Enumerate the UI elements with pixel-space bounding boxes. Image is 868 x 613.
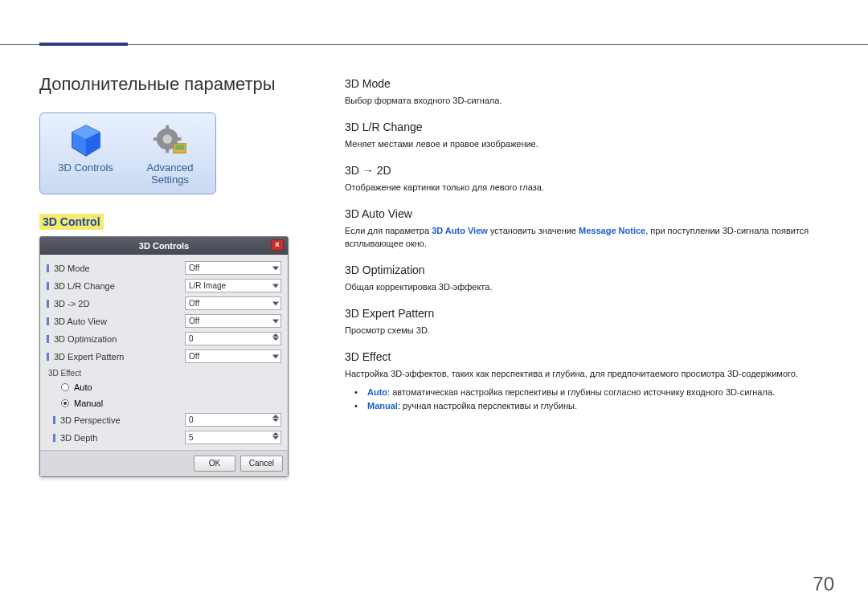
field-value: Off <box>189 352 199 361</box>
field-expert-pattern[interactable]: Off <box>185 349 281 363</box>
radio-manual-row[interactable]: Manual <box>47 395 281 411</box>
icon-card: 3D Controls Advanced S <box>39 112 216 194</box>
field-lr-change[interactable]: L/R Image <box>185 279 281 292</box>
sec-heading: 3D Auto View <box>345 207 829 220</box>
page-number: 70 <box>813 573 834 595</box>
bullet-manual: Manual: ручная настройка перспективы и г… <box>359 399 829 414</box>
chevron-down-icon <box>272 319 279 323</box>
bullet-list: Auto: автоматическая настройка перспекти… <box>345 386 829 414</box>
field-value: 5 <box>189 433 194 442</box>
sec-3d-mode: 3D Mode Выбор формата входного 3D-сигнал… <box>345 77 829 108</box>
row-label: 3D Mode <box>54 264 180 273</box>
row-label: 3D Depth <box>60 433 180 443</box>
inline-bold: Message Notice <box>579 226 645 235</box>
row-label: 3D Optimization <box>54 334 180 344</box>
field-perspective[interactable]: 0 <box>185 413 281 427</box>
sec-heading: 3D → 2D <box>345 164 829 177</box>
subsection-title: 3D Control <box>39 214 104 230</box>
chevron-down-icon <box>272 301 279 305</box>
field-auto-view[interactable]: Off <box>185 314 281 328</box>
sec-lr-change: 3D L/R Change Меняет местами левое и пра… <box>345 121 829 151</box>
page-title: Дополнительные параметры <box>39 74 289 95</box>
radio-auto-row[interactable]: Auto <box>47 379 281 395</box>
tile-advanced-settings[interactable]: Advanced Settings <box>129 118 211 189</box>
row-marker-icon <box>47 264 49 272</box>
row-depth: 3D Depth 5 <box>53 429 281 447</box>
gear-icon <box>150 121 190 160</box>
effect-section-label: 3D Effect <box>47 366 281 379</box>
row-label: 3D Auto View <box>54 317 180 326</box>
field-depth[interactable]: 5 <box>185 431 281 444</box>
svg-rect-8 <box>176 137 181 141</box>
header-rule <box>0 0 868 45</box>
close-icon[interactable]: × <box>271 239 284 251</box>
row-3d-2d: 3D -> 2D Off <box>47 295 281 313</box>
sec-heading: 3D Effect <box>345 350 829 363</box>
sec-auto-view: 3D Auto View Если для параметра 3D Auto … <box>345 207 829 251</box>
svg-rect-6 <box>166 149 169 153</box>
dialog-3d-controls: 3D Controls × 3D Mode Off 3D L/R Change … <box>39 236 289 477</box>
cancel-button[interactable]: Cancel <box>240 456 283 472</box>
sec-optimization: 3D Optimization Общая корректировка 3D-э… <box>345 264 829 294</box>
sec-text: Если для параметра 3D Auto View установи… <box>345 225 829 251</box>
field-optimization[interactable]: 0 <box>185 332 281 345</box>
tile-advanced-label-2: Settings <box>131 174 209 186</box>
row-label: 3D -> 2D <box>54 299 180 309</box>
sec-text: Выбор формата входного 3D-сигнала. <box>345 95 829 108</box>
field-3d-2d[interactable]: Off <box>185 296 281 310</box>
row-label: 3D Perspective <box>60 415 180 425</box>
spinner-icon <box>272 415 279 422</box>
sec-text: Настройка 3D-эффектов, таких как перспек… <box>345 368 829 381</box>
row-marker-icon <box>47 353 49 361</box>
effect-sub-rows: 3D Perspective 0 3D Depth 5 <box>47 411 281 447</box>
t: Если для параметра <box>345 226 432 235</box>
chevron-down-icon <box>272 284 279 288</box>
sec-text: Отображение картинки только для левого г… <box>345 182 829 194</box>
sec-text: Меняет местами левое и правое изображени… <box>345 138 829 151</box>
sec-heading: 3D Optimization <box>345 264 829 276</box>
row-marker-icon <box>47 300 49 308</box>
row-lr-change: 3D L/R Change L/R Image <box>47 277 281 295</box>
field-value: L/R Image <box>189 281 226 290</box>
row-auto-view: 3D Auto View Off <box>47 313 281 330</box>
header-accent <box>39 43 128 46</box>
field-value: 0 <box>189 415 194 424</box>
sec-3d-effect: 3D Effect Настройка 3D-эффектов, таких к… <box>345 350 829 414</box>
svg-rect-7 <box>153 137 158 141</box>
svg-point-4 <box>162 134 172 144</box>
sec-heading: 3D Expert Pattern <box>345 307 829 320</box>
row-marker-icon <box>47 317 49 325</box>
row-3d-mode: 3D Mode Off <box>47 260 281 277</box>
spinner-icon <box>272 333 279 341</box>
radio-auto[interactable] <box>61 383 69 391</box>
chevron-down-icon <box>272 354 279 358</box>
tile-3d-controls-label: 3D Controls <box>47 162 125 174</box>
row-label: 3D L/R Change <box>54 281 180 291</box>
field-value: Off <box>189 264 199 272</box>
sec-text: Просмотр схемы 3D. <box>345 325 829 337</box>
radio-manual[interactable] <box>61 399 69 407</box>
radio-auto-label: Auto <box>74 382 92 392</box>
chevron-down-icon <box>272 266 279 270</box>
row-marker-icon <box>53 434 55 442</box>
radio-manual-label: Manual <box>74 398 103 408</box>
cube-icon <box>66 121 106 160</box>
ok-button[interactable]: OK <box>194 456 235 472</box>
dialog-footer: OK Cancel <box>40 450 288 476</box>
tile-3d-controls[interactable]: 3D Controls <box>45 118 126 189</box>
dialog-body: 3D Mode Off 3D L/R Change L/R Image 3D -… <box>40 255 288 450</box>
sec-text: Общая корректировка 3D-эффекта. <box>345 281 829 294</box>
field-3d-mode[interactable]: Off <box>185 261 281 275</box>
sec-heading: 3D Mode <box>345 77 829 90</box>
tile-advanced-label-1: Advanced <box>131 162 209 174</box>
bullet-text: : автоматическая настройка перспективы и… <box>387 387 775 397</box>
sec-expert-pattern: 3D Expert Pattern Просмотр схемы 3D. <box>345 307 829 337</box>
field-value: 0 <box>189 334 194 343</box>
right-column: 3D Mode Выбор формата входного 3D-сигнал… <box>345 74 829 477</box>
sec-heading: 3D L/R Change <box>345 121 829 133</box>
content: Дополнительные параметры 3D Controls <box>0 45 868 477</box>
row-marker-icon <box>47 335 49 343</box>
row-marker-icon <box>53 416 55 424</box>
bullet-bold: Manual <box>367 401 398 411</box>
bullet-text: : ручная настройка перспективы и глубины… <box>398 401 577 411</box>
